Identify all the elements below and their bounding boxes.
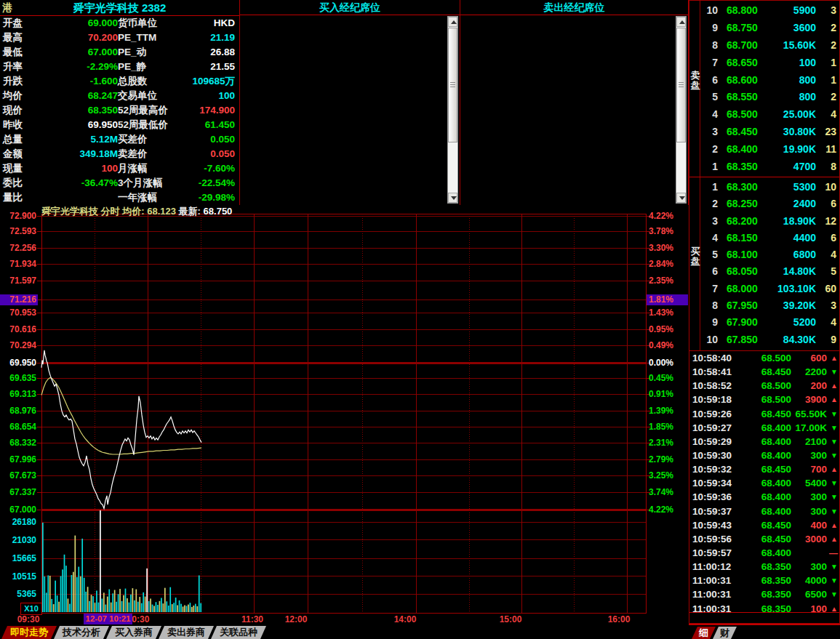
tick-volume: 200 — [791, 380, 827, 391]
level-price: 68.300 — [719, 179, 767, 196]
buy-level-row[interactable]: 768.000103.10K60 — [700, 281, 839, 297]
stock-stats-grid: 开盘69.000货币单位HKD最高70.200PE_TTM21.19最低67.0… — [0, 16, 239, 205]
sell-level-row[interactable]: 168.35047008 — [700, 158, 839, 176]
tab-财[interactable]: 财 — [713, 627, 737, 639]
scroll-up-icon[interactable] — [676, 17, 686, 27]
info-row: 升跌-1.600总股数109685万 — [0, 74, 239, 89]
sell-level-row[interactable]: 1068.80059003 — [700, 2, 839, 20]
tick-volume: 6500 — [791, 589, 827, 600]
level-count: 6 — [816, 196, 836, 212]
tick-row: 10:59:2668.45065.50K▼ — [689, 407, 839, 421]
stat-value: 61.450 — [188, 118, 235, 132]
level-count: 4 — [816, 314, 836, 331]
tab-即时走势[interactable]: 即时走势 — [1, 626, 57, 639]
level-number: 9 — [700, 20, 719, 37]
level-volume: 84.30K — [767, 331, 816, 348]
arrow-down-icon: ▼ — [827, 493, 838, 501]
tab-关联品种[interactable]: 关联品种 — [211, 626, 266, 639]
stat-value: 100 — [188, 89, 235, 103]
intraday-chart[interactable]: 舜宇光学科技 分时 均价: 68.123 最新: 68.750 72.90072… — [0, 205, 689, 626]
buy-level-row[interactable]: 568.10068004 — [700, 246, 839, 263]
avg-price-label: 均价: — [122, 206, 144, 217]
tab-技术分析[interactable]: 技术分析 — [54, 626, 109, 639]
level-volume: 4700 — [767, 158, 816, 176]
stat-label: 金额 — [3, 147, 44, 161]
price-axis-label: 70.953 — [0, 308, 38, 318]
sell-level-row[interactable]: 468.50025.00K4 — [700, 106, 839, 124]
buy-level-row[interactable]: 268.25024006 — [700, 196, 839, 212]
tick-time: 10:59:57 — [692, 547, 737, 558]
arrow-down-icon: ▼ — [827, 410, 838, 418]
scrollbar-thumb[interactable] — [448, 28, 457, 142]
buy-level-row[interactable]: 668.05014.80K5 — [700, 263, 839, 280]
stat-value: 21.19 — [188, 31, 235, 45]
stock-code: 2382 — [142, 1, 166, 14]
info-row: 最高70.200PE_TTM21.19 — [0, 31, 239, 45]
stat-label: 52周最高价 — [118, 103, 188, 118]
scroll-down-icon[interactable] — [676, 193, 686, 203]
level-volume: 5300 — [767, 179, 816, 196]
buy-broker-list[interactable] — [240, 15, 460, 204]
tab-细[interactable]: 细 — [692, 627, 716, 639]
buy-broker-scrollbar[interactable] — [447, 16, 458, 204]
stat-value: 0.050 — [188, 132, 235, 147]
sell-level-row[interactable]: 668.6008001 — [700, 72, 839, 89]
level-price: 68.450 — [719, 124, 767, 141]
tick-time: 10:59:26 — [692, 409, 737, 419]
arrow-up-icon: ▲ — [827, 521, 838, 529]
chart-header: 舜宇光学科技 分时 均价: 68.123 最新: 68.750 — [41, 205, 232, 218]
level-count: 1 — [816, 72, 836, 89]
sell-level-row[interactable]: 768.6501001 — [700, 55, 839, 72]
tick-volume: 2200 — [791, 366, 827, 377]
scroll-up-icon[interactable] — [448, 17, 457, 27]
level-count: 12 — [816, 213, 836, 230]
stat-label: 量比 — [3, 190, 44, 205]
arrow-up-icon: ▲ — [827, 605, 838, 613]
level-volume: 103.10K — [767, 281, 816, 297]
percent-axis-label: 2.79% — [647, 454, 688, 465]
tick-price: 68.400 — [737, 506, 791, 517]
sell-level-row[interactable]: 268.40019.90K11 — [700, 141, 839, 158]
sell-broker-list[interactable] — [460, 15, 688, 204]
tick-row: 10:59:5768.400— — [689, 546, 839, 560]
price-axis-label: 69.313 — [0, 389, 38, 400]
stat-value: 100 — [44, 161, 118, 176]
buy-level-row[interactable]: 468.15044006 — [700, 230, 839, 246]
level-volume: 5900 — [767, 2, 816, 20]
price-axis-label: 72.256 — [0, 243, 38, 254]
buy-level-row[interactable]: 368.20018.90K12 — [700, 213, 839, 230]
sell-level-row[interactable]: 368.45030.80K23 — [700, 124, 839, 141]
buy-level-row[interactable]: 1067.85084.30K9 — [700, 331, 839, 348]
level-number: 9 — [700, 314, 719, 331]
buy-level-row[interactable]: 967.90052004 — [700, 314, 839, 331]
buy-broker-title: 买入经纪席位 — [240, 0, 460, 15]
tick-row: 10:59:2968.4002100▼ — [689, 435, 839, 449]
chart-tab-bar: 即时走势技术分析买入券商卖出券商关联品种 — [0, 626, 690, 639]
price-axis-label: 69.635 — [0, 373, 38, 384]
sell-levels: 1068.80059003968.75036002868.70015.60K27… — [700, 2, 839, 176]
sell-level-row[interactable]: 968.75036002 — [700, 20, 839, 37]
scrollbar-thumb[interactable] — [676, 28, 686, 142]
tick-time: 10:59:27 — [692, 422, 737, 433]
scroll-down-icon[interactable] — [448, 193, 457, 203]
sell-level-row[interactable]: 868.70015.60K2 — [700, 37, 839, 55]
sell-level-row[interactable]: 568.5508002 — [700, 89, 839, 106]
stock-info-panel: 港 舜宇光学科技 2382 开盘69.000货币单位HKD最高70.200PE_… — [0, 0, 240, 205]
tab-卖出券商[interactable]: 卖出券商 — [159, 626, 214, 639]
stat-label: 3个月涨幅 — [118, 176, 188, 190]
level-price: 68.600 — [719, 72, 767, 89]
stat-value: 68.247 — [44, 89, 118, 103]
arrow-down-icon: ▼ — [827, 368, 838, 376]
chart-plot[interactable] — [0, 205, 689, 626]
stat-value: -7.60% — [188, 161, 235, 176]
sell-broker-scrollbar[interactable] — [676, 16, 687, 204]
price-axis-label: 70.294 — [0, 340, 38, 351]
tab-买入券商[interactable]: 买入券商 — [106, 626, 161, 639]
orderbook-panel: 卖 盘 买 盘 1068.80059003968.75036002868.700… — [689, 0, 840, 350]
tick-price: 68.400 — [737, 436, 791, 447]
stat-value: 67.000 — [44, 45, 118, 60]
percent-axis-label: 3.78% — [647, 226, 688, 237]
stat-label: 52周最低价 — [118, 118, 188, 132]
buy-level-row[interactable]: 168.300530010 — [700, 179, 839, 196]
buy-level-row[interactable]: 867.95039.20K3 — [700, 297, 839, 314]
